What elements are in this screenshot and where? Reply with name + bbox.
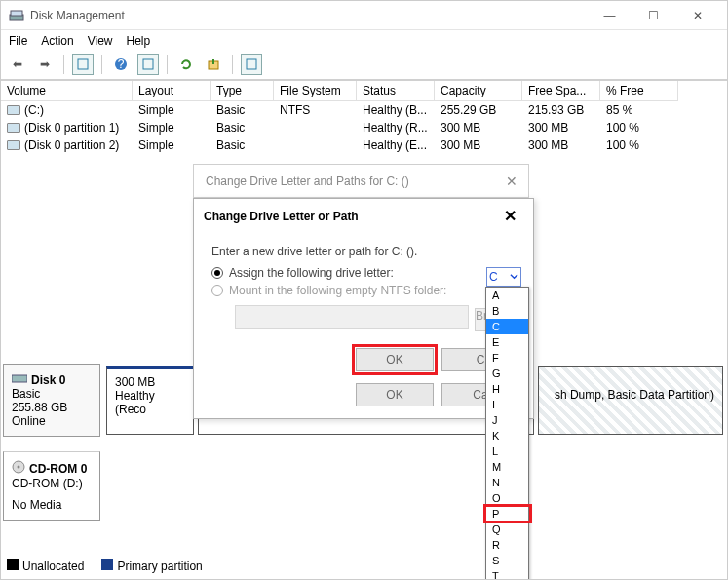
radio-unselected-icon: [211, 285, 223, 296]
svg-point-10: [18, 466, 20, 469]
svg-text:?: ?: [118, 58, 125, 71]
menu-file[interactable]: File: [9, 34, 27, 48]
col-status[interactable]: Status: [357, 81, 435, 101]
radio-assign-letter[interactable]: Assign the following drive letter:: [211, 266, 516, 280]
svg-rect-2: [78, 59, 88, 69]
col-layout[interactable]: Layout: [133, 81, 211, 101]
letter-option-L[interactable]: L: [486, 444, 528, 459]
svg-rect-8: [12, 375, 27, 382]
mount-path-input: [235, 305, 469, 329]
letter-option-G[interactable]: G: [486, 366, 528, 381]
disk0-label[interactable]: Disk 0 Basic 255.88 GB Online: [3, 364, 100, 437]
titlebar: Disk Management — ☐ ✕: [1, 1, 727, 30]
letter-option-H[interactable]: H: [486, 381, 528, 397]
menu-action[interactable]: Action: [41, 34, 73, 48]
dialog-change-paths: Change Drive Letter and Paths for C: () …: [193, 164, 529, 198]
svg-rect-1: [11, 11, 22, 16]
letter-option-R[interactable]: R: [486, 537, 528, 553]
table-row[interactable]: (Disk 0 partition 2)SimpleBasicHealthy (…: [1, 136, 727, 154]
table-row[interactable]: (C:)SimpleBasicNTFSHealthy (B...255.29 G…: [1, 101, 727, 119]
letter-option-K[interactable]: K: [486, 428, 528, 444]
svg-rect-7: [247, 59, 256, 69]
letter-option-T[interactable]: T: [486, 568, 528, 580]
radio-mount-folder[interactable]: Mount in the following empty NTFS folder…: [211, 284, 516, 297]
minimize-button[interactable]: —: [588, 2, 632, 29]
letter-option-O[interactable]: O: [486, 490, 528, 506]
ok-button-inner[interactable]: OK: [356, 348, 434, 371]
toolbar-icon-1[interactable]: [72, 54, 94, 75]
drive-letter-dropdown[interactable]: ABCEFGHIJKLMNOPQRSTUVWXY: [485, 287, 529, 580]
letter-option-I[interactable]: I: [486, 397, 528, 412]
partition-1[interactable]: 300 MB Healthy (Reco: [106, 366, 194, 435]
volume-table: Volume Layout Type File System Status Ca…: [1, 80, 727, 154]
cdrom-row: CD-ROM 0 CD-ROM (D:) No Media: [1, 449, 727, 522]
col-filesystem[interactable]: File System: [274, 81, 357, 101]
cdrom-icon: [12, 460, 25, 477]
ok-button-outer[interactable]: OK: [356, 383, 434, 406]
dialog1-title: Change Drive Letter and Paths for C: (): [194, 174, 495, 188]
disk-icon: [12, 372, 27, 387]
action-icon[interactable]: [203, 54, 224, 75]
svg-rect-5: [143, 59, 153, 69]
disk-mgmt-icon: [9, 8, 24, 23]
col-type[interactable]: Type: [211, 81, 274, 101]
close-button[interactable]: ✕: [675, 2, 719, 29]
letter-option-F[interactable]: F: [486, 350, 528, 366]
dialog1-close-icon[interactable]: ✕: [495, 174, 528, 189]
letter-option-Q[interactable]: Q: [486, 522, 528, 537]
letter-option-M[interactable]: M: [486, 459, 528, 475]
letter-option-S[interactable]: S: [486, 553, 528, 568]
toolbar: ⬅ ➡ ?: [1, 52, 727, 80]
letter-option-A[interactable]: A: [486, 288, 528, 303]
help-icon[interactable]: ?: [110, 54, 132, 75]
toolbar-icon-3[interactable]: [241, 54, 262, 75]
letter-option-P[interactable]: P: [486, 506, 528, 522]
cdrom-label[interactable]: CD-ROM 0 CD-ROM (D:) No Media: [3, 451, 100, 521]
dialog2-title: Change Drive Letter or Path: [204, 210, 496, 223]
back-button[interactable]: ⬅: [7, 54, 28, 75]
letter-option-J[interactable]: J: [486, 412, 528, 428]
partition-right[interactable]: sh Dump, Basic Data Partition): [538, 366, 723, 435]
refresh-icon[interactable]: [175, 54, 197, 75]
col-capacity[interactable]: Capacity: [435, 81, 522, 101]
toolbar-icon-2[interactable]: [137, 54, 159, 75]
letter-option-B[interactable]: B: [486, 303, 528, 319]
window-title: Disk Management: [30, 9, 588, 22]
radio-selected-icon: [211, 267, 223, 279]
col-volume[interactable]: Volume: [1, 81, 133, 101]
dialog2-prompt: Enter a new drive letter or path for C: …: [211, 245, 516, 258]
col-pctfree[interactable]: % Free: [600, 81, 678, 101]
forward-button[interactable]: ➡: [34, 54, 56, 75]
maximize-button[interactable]: ☐: [632, 2, 675, 29]
dialog-change-letter: Change Drive Letter or Path ✕ Enter a ne…: [193, 198, 534, 419]
letter-option-C[interactable]: C: [486, 319, 528, 334]
col-free[interactable]: Free Spa...: [522, 81, 600, 101]
letter-option-E[interactable]: E: [486, 334, 528, 350]
dialog2-close-icon[interactable]: ✕: [496, 207, 523, 225]
drive-letter-combo[interactable]: C: [486, 267, 521, 287]
legend: Unallocated Primary partition: [7, 559, 203, 573]
menubar: File Action View Help: [1, 30, 727, 52]
table-row[interactable]: (Disk 0 partition 1)SimpleBasicHealthy (…: [1, 119, 727, 136]
menu-view[interactable]: View: [88, 34, 113, 48]
chevron-down-icon: [510, 270, 518, 284]
letter-option-N[interactable]: N: [486, 475, 528, 490]
menu-help[interactable]: Help: [127, 34, 151, 48]
